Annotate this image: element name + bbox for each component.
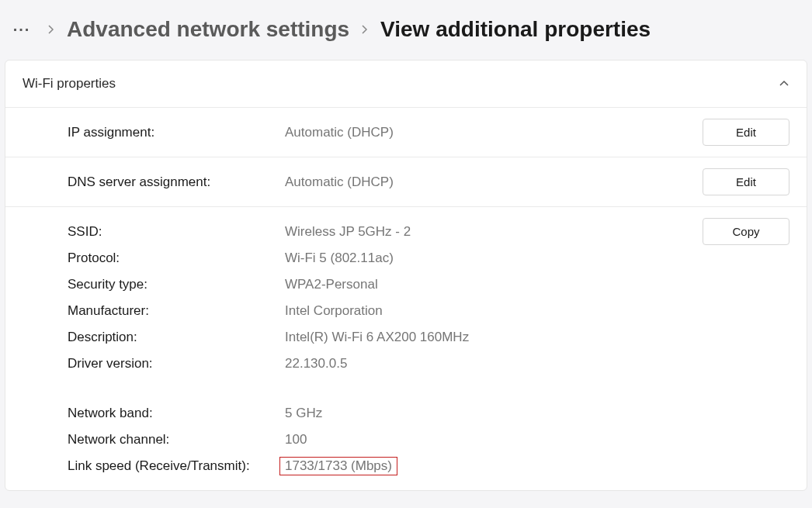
protocol-label: Protocol: [68, 251, 285, 266]
description-value: Intel(R) Wi-Fi 6 AX200 160MHz [285, 330, 689, 345]
band-value: 5 GHz [285, 406, 689, 421]
dns-assignment-label: DNS server assignment: [68, 175, 285, 190]
edit-dns-button[interactable]: Edit [703, 168, 789, 195]
details-block: SSID: Wireless JP 5GHz - 2 Copy Protocol… [5, 207, 807, 490]
linkspeed-value-cell: 1733/1733 (Mbps) [285, 457, 689, 475]
edit-ip-button[interactable]: Edit [703, 119, 789, 146]
ssid-value: Wireless JP 5GHz - 2 [285, 224, 689, 240]
description-row: Description: Intel(R) Wi-Fi 6 AX200 160M… [68, 324, 789, 351]
channel-row: Network channel: 100 [68, 427, 789, 453]
manufacturer-value: Intel Corporation [285, 303, 689, 319]
card-header-title: Wi-Fi properties [23, 76, 116, 92]
channel-label: Network channel: [68, 432, 285, 448]
breadcrumb-link-advanced[interactable]: Advanced network settings [67, 17, 349, 42]
security-value: WPA2-Personal [285, 277, 689, 292]
band-label: Network band: [68, 406, 285, 421]
card-header-toggle[interactable]: Wi-Fi properties [5, 60, 807, 108]
driver-row: Driver version: 22.130.0.5 [68, 351, 789, 377]
channel-value: 100 [285, 432, 689, 448]
driver-label: Driver version: [68, 356, 285, 371]
chevron-up-icon [779, 78, 789, 89]
linkspeed-value: 1733/1733 (Mbps) [279, 457, 397, 475]
manufacturer-label: Manufacturer: [68, 303, 285, 319]
driver-value: 22.130.0.5 [285, 356, 689, 371]
dns-assignment-row: DNS server assignment: Automatic (DHCP) … [5, 157, 807, 207]
ssid-row: SSID: Wireless JP 5GHz - 2 Copy [68, 218, 789, 245]
wifi-properties-card: Wi-Fi properties IP assignment: Automati… [5, 60, 807, 491]
ip-assignment-label: IP assignment: [68, 125, 285, 140]
ip-assignment-value: Automatic (DHCP) [285, 125, 689, 140]
protocol-value: Wi-Fi 5 (802.11ac) [285, 251, 689, 266]
band-row: Network band: 5 GHz [68, 400, 789, 427]
security-row: Security type: WPA2-Personal [68, 271, 789, 298]
description-label: Description: [68, 330, 285, 345]
security-label: Security type: [68, 277, 285, 292]
linkspeed-label: Link speed (Receive/Transmit): [68, 458, 285, 474]
ssid-label: SSID: [68, 224, 285, 240]
copy-button[interactable]: Copy [703, 218, 789, 245]
manufacturer-row: Manufacturer: Intel Corporation [68, 298, 789, 324]
breadcrumb-current: View additional properties [380, 17, 651, 42]
protocol-row: Protocol: Wi-Fi 5 (802.11ac) [68, 245, 789, 271]
ip-assignment-row: IP assignment: Automatic (DHCP) Edit [5, 108, 807, 157]
dns-assignment-value: Automatic (DHCP) [285, 175, 689, 190]
chevron-right-icon [42, 25, 61, 34]
chevron-right-icon [356, 25, 374, 34]
breadcrumb-more-button[interactable]: ··· [8, 16, 36, 43]
breadcrumb: ··· Advanced network settings View addit… [0, 0, 812, 55]
linkspeed-row: Link speed (Receive/Transmit): 1733/1733… [68, 453, 789, 479]
